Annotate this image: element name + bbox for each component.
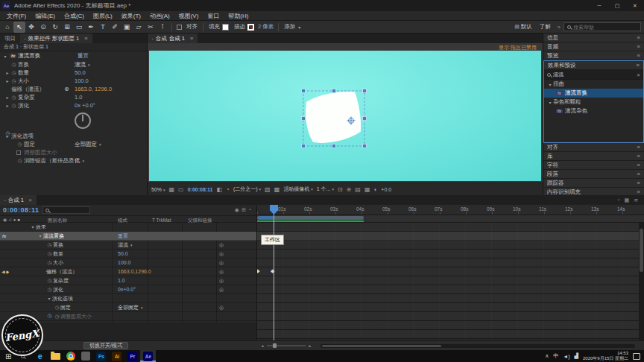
timeline-property-row[interactable]: ◀◆◷偏移（湍流）1663.0,1296.0◎: [0, 267, 256, 276]
panel-menu-icon[interactable]: ≡: [637, 62, 640, 69]
effect-property-row[interactable]: ◷置换湍流: [0, 60, 147, 69]
panel-header-below-3[interactable]: 段落≡: [543, 170, 644, 179]
effects-search-box[interactable]: ✕: [544, 70, 643, 80]
keyframe-navigator[interactable]: ◀◆: [1, 269, 10, 274]
panel-header-below-1[interactable]: 库≡: [543, 152, 644, 161]
type-tool[interactable]: T: [97, 22, 109, 33]
tab-timeline-comp[interactable]: ▪ 合成 1 ✕: [0, 195, 37, 205]
menu-item-4[interactable]: 效果(T): [117, 12, 145, 20]
timeline-property-row[interactable]: ◷演化0x+0.0°◎: [0, 285, 256, 294]
add-shape-label[interactable]: 添加: [284, 23, 295, 31]
ime-indicator[interactable]: 中: [553, 352, 558, 360]
time-navigator[interactable]: [259, 216, 273, 220]
effect-property-row[interactable]: ◷偏移（湍流）⊕1663.0, 1296.0: [0, 85, 147, 93]
timeline-property-row[interactable]: ◷置换湍流◎: [0, 241, 256, 250]
pixel-aspect-icon[interactable]: ⊡: [338, 186, 343, 193]
effect-property-row[interactable]: ▸◷复杂度1.0: [0, 93, 147, 101]
row-value[interactable]: 湍流: [118, 241, 133, 249]
selected-shape-layer[interactable]: [294, 86, 376, 157]
camera-view-dropdown[interactable]: 活动摄像机: [283, 185, 313, 193]
pan-behind-tool[interactable]: ⊞: [61, 22, 73, 33]
stopwatch-icon[interactable]: ◷: [54, 314, 60, 320]
stopwatch-icon[interactable]: ◷: [10, 62, 17, 68]
graph-editor-icon[interactable]: ◔: [248, 207, 253, 212]
zoom-in-mountain-icon[interactable]: ▲: [308, 343, 312, 348]
effects-presets-header[interactable]: 效果和预设≡: [544, 61, 643, 70]
help-search-box[interactable]: [564, 22, 641, 31]
draft-3d-icon[interactable]: ▦: [625, 197, 630, 203]
taskbar-app-chrome[interactable]: [63, 350, 78, 362]
toggle-switches-modes-button[interactable]: 切换开关/模式: [83, 342, 128, 349]
effect-header-row[interactable]: ▾ fx 湍流置换 重置: [0, 51, 147, 60]
overflow-chevron-icon[interactable]: »: [558, 24, 561, 31]
effect-item[interactable]: fx湍流置换: [544, 89, 643, 98]
twirl-icon[interactable]: ▸: [4, 95, 10, 100]
menu-item-7[interactable]: 窗口: [203, 12, 224, 20]
stopwatch-icon[interactable]: ◷: [46, 278, 53, 284]
twirl-icon[interactable]: ▸: [4, 78, 10, 83]
stopwatch-icon[interactable]: ◷: [16, 142, 23, 147]
region-of-interest-icon[interactable]: ▧: [265, 186, 271, 193]
motion-blur-icon[interactable]: ≋: [634, 197, 638, 203]
fx-icon[interactable]: fx: [10, 54, 16, 58]
stopwatch-icon[interactable]: ◷: [10, 70, 17, 76]
track-rows[interactable]: ◆ ◆: [257, 223, 644, 340]
orbit-camera-tool[interactable]: ↻: [49, 22, 61, 33]
evolution-dial-row[interactable]: [0, 109, 147, 132]
panel-menu-icon[interactable]: ≡: [637, 171, 640, 177]
home-tool[interactable]: ⌂: [1, 22, 13, 33]
effect-category[interactable]: ▾杂色和颗粒: [544, 98, 643, 107]
keyframe-diamond[interactable]: ◆: [257, 268, 259, 274]
tab-project[interactable]: 项目: [0, 34, 20, 43]
brush-tool[interactable]: ✐: [109, 22, 121, 33]
fill-label[interactable]: 填充: [209, 23, 220, 31]
snapping-checkbox[interactable]: [177, 25, 182, 30]
shape-tool[interactable]: ▭: [73, 22, 85, 33]
tray-chevron-up-icon[interactable]: ∧: [545, 353, 549, 359]
composition-micro-icon[interactable]: ◉: [235, 207, 242, 212]
grid-guides-icon[interactable]: ▦: [169, 186, 175, 193]
reset-link[interactable]: 重置: [78, 52, 89, 60]
zoom-level-dropdown[interactable]: 50%: [151, 187, 165, 192]
stopwatch-icon[interactable]: ◷: [46, 260, 53, 266]
zoom-slider-thumb[interactable]: [273, 343, 277, 348]
property-value[interactable]: 1663.0, 1296.0: [75, 86, 112, 92]
row-value[interactable]: 1663.0,1296.0: [118, 269, 151, 274]
row-value[interactable]: 1.0: [118, 278, 125, 283]
tab-effect-controls[interactable]: ▪ 效果控件 形状图层 1 ≡: [20, 34, 92, 43]
tab-composition[interactable]: ▪ 合成 合成 1 ≡: [148, 34, 198, 43]
taskbar-app-photoshop[interactable]: Ps: [93, 350, 109, 362]
timeline-zoom-slider[interactable]: ▲ ▲: [261, 343, 312, 348]
column-trkmat[interactable]: T TrkMat: [152, 217, 171, 223]
angle-dial[interactable]: [75, 112, 91, 129]
pen-tool[interactable]: ✒: [85, 22, 97, 33]
panel-header-below-0[interactable]: 对齐≡: [543, 143, 644, 152]
point-picker-icon[interactable]: ⊕: [64, 86, 69, 92]
effect-property-row[interactable]: 调整图层大小: [0, 148, 147, 156]
time-ruler[interactable]: 01s02s03s04s05s06s07s08s09s10s11s12s13s1…: [257, 205, 644, 215]
snapshot-icon[interactable]: ◧: [217, 186, 223, 193]
twirl-icon[interactable]: ▸: [4, 133, 10, 139]
effect-property-row[interactable]: ◷消除锯齿（最佳品质）低: [0, 156, 147, 165]
stopwatch-icon[interactable]: ◷: [10, 78, 17, 84]
stopwatch-icon[interactable]: ◷: [16, 158, 23, 164]
twirl-icon[interactable]: ▸: [4, 103, 10, 108]
stopwatch-icon[interactable]: ◷: [46, 251, 53, 257]
effect-property-row[interactable]: ▸◷数量50.0: [0, 69, 147, 77]
timeline-group-row[interactable]: ▾效果: [0, 223, 256, 232]
selection-tool[interactable]: ↖: [13, 22, 25, 33]
effect-enable-toggle[interactable]: fx: [2, 234, 6, 238]
composition-name[interactable]: 合成 1: [169, 35, 185, 42]
twirl-icon[interactable]: ▾: [30, 224, 36, 229]
menu-item-3[interactable]: 图层(L): [89, 12, 117, 20]
taskbar-clock[interactable]: 14:53 2020年9月15日 星期二: [583, 351, 628, 361]
mask-visibility-icon[interactable]: ▭: [178, 186, 184, 193]
maximize-button[interactable]: ▢: [608, 0, 626, 11]
menu-item-8[interactable]: 帮助(H): [224, 12, 253, 20]
roto-brush-tool[interactable]: ✂: [145, 22, 157, 33]
pick-whip-icon[interactable]: ◎: [219, 278, 224, 284]
timeline-property-row[interactable]: ◷复杂度1.0◎: [0, 276, 256, 285]
property-value[interactable]: 低: [75, 157, 84, 165]
panel-menu-icon[interactable]: ≡: [84, 35, 87, 42]
panel-menu-icon[interactable]: ≡: [637, 162, 640, 168]
